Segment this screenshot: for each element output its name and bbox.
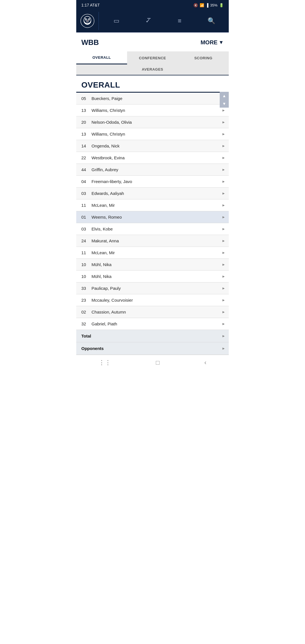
player-number: 11 <box>81 203 91 208</box>
player-row[interactable]: 10 Mühl, Nika ► <box>76 259 229 271</box>
svg-point-6 <box>88 19 89 20</box>
row-arrow-icon: ► <box>222 203 225 207</box>
player-number: 03 <box>81 191 91 196</box>
player-row[interactable]: 14 Ongenda, Nick ► <box>76 140 229 152</box>
nav-back-icon[interactable]: ‹ <box>204 359 206 366</box>
player-name: Westbrook, Evina <box>91 155 219 160</box>
player-row[interactable]: 33 Paulicap, Pauly ► <box>76 282 229 294</box>
player-number: 03 <box>81 227 91 231</box>
player-row[interactable]: 11 McLean, Mir ► <box>76 199 229 211</box>
player-row[interactable]: 03 Edwards, Aaliyah ► <box>76 188 229 199</box>
more-button[interactable]: MORE ▼ <box>201 39 224 46</box>
player-number: 13 <box>81 132 91 136</box>
player-row[interactable]: 22 Westbrook, Evina ► <box>76 152 229 164</box>
player-row[interactable]: 32 Gabriel, Piath ► <box>76 318 229 330</box>
tab-overall[interactable]: OVERALL <box>76 51 127 64</box>
row-arrow-icon: ► <box>222 274 225 279</box>
player-row[interactable]: 01 Weems, Romeo ► <box>76 211 229 223</box>
battery-label: 35% <box>210 3 217 7</box>
row-arrow-icon: ► <box>222 227 225 231</box>
row-arrow-icon: ► <box>222 167 225 172</box>
players-list: 05 Bueckers, Paige ► 13 Williams, Christ… <box>76 92 229 355</box>
player-number: 22 <box>81 155 91 160</box>
player-number: 44 <box>81 167 91 172</box>
nav-menu-icon[interactable]: ⋮⋮ <box>99 359 111 366</box>
row-arrow-icon: ► <box>222 239 225 243</box>
battery-icon: 🔋 <box>219 3 224 7</box>
player-number: 20 <box>81 120 91 125</box>
wifi-icon: 📶 <box>200 3 204 7</box>
status-time: 1:17 AT&T <box>81 3 100 7</box>
player-number: 11 <box>81 250 91 255</box>
player-row[interactable]: 11 McLean, Mir ► <box>76 247 229 259</box>
player-name: Mccauley, Courvoisier <box>91 298 219 303</box>
player-name: Nelson-Ododa, Olivia <box>91 120 219 125</box>
player-name: Edwards, Aaliyah <box>91 191 219 196</box>
bottom-nav: ⋮⋮ □ ‹ <box>76 355 229 371</box>
search-icon[interactable]: 🔍 <box>205 15 217 27</box>
tab-scoring[interactable]: SCORING <box>178 52 229 64</box>
nav-home-icon[interactable]: □ <box>156 359 160 366</box>
filter-icon[interactable]: ≡ <box>173 15 186 27</box>
player-name: Mühl, Nika <box>91 262 219 267</box>
signal-icon: ▐ <box>206 3 208 7</box>
player-row[interactable]: 05 Bueckers, Paige ► <box>76 93 229 105</box>
player-row[interactable]: 24 Makurat, Anna ► <box>76 235 229 247</box>
total-label: Total <box>81 334 219 338</box>
scroll-indicator: ▲ ▼ 05 Bueckers, Paige ► 13 Williams, Ch… <box>76 92 229 355</box>
nav-bar: ▭ ✓̅ ≡ 🔍 <box>76 10 229 32</box>
player-number: 10 <box>81 274 91 279</box>
section-heading: OVERALL <box>76 75 229 92</box>
player-row[interactable]: 23 Mccauley, Courvoisier ► <box>76 294 229 306</box>
player-number: 33 <box>81 286 91 291</box>
player-name: Williams, Christyn <box>91 108 219 113</box>
opponents-row[interactable]: Opponents ► <box>76 342 229 355</box>
scroll-down-arrow[interactable]: ▼ <box>220 100 229 108</box>
bookmark-icon[interactable]: ✓̅ <box>142 15 154 27</box>
player-row[interactable]: 44 Griffin, Aubrey ► <box>76 164 229 176</box>
row-arrow-icon: ► <box>222 322 225 326</box>
row-arrow-icon: ► <box>222 286 225 290</box>
player-name: Paulicap, Pauly <box>91 286 219 291</box>
player-name: Gabriel, Piath <box>91 321 219 326</box>
player-row[interactable]: 13 Williams, Christyn ► <box>76 128 229 140</box>
player-row[interactable]: 10 Mühl, Nika ► <box>76 271 229 282</box>
row-arrow-icon: ► <box>222 156 225 160</box>
scroll-arrows: ▲ ▼ <box>220 92 229 108</box>
player-row[interactable]: 13 Williams, Christyn ► <box>76 105 229 116</box>
player-row[interactable]: 04 Freeman-liberty, Javo ► <box>76 176 229 188</box>
svg-point-7 <box>86 20 88 21</box>
player-number: 05 <box>81 96 91 101</box>
player-number: 24 <box>81 238 91 243</box>
player-number: 04 <box>81 179 91 184</box>
rectangle-icon[interactable]: ▭ <box>110 15 123 27</box>
row-arrow-icon: ► <box>222 144 225 148</box>
status-bar: 1:17 AT&T 🔇 📶 ▐ 35% 🔋 <box>76 0 229 10</box>
player-number: 14 <box>81 143 91 148</box>
scroll-up-arrow[interactable]: ▲ <box>220 92 229 100</box>
row-arrow-icon: ► <box>222 215 225 219</box>
player-name: Ongenda, Nick <box>91 143 219 148</box>
row-arrow-icon: ► <box>222 346 225 351</box>
tab-averages[interactable]: AVERAGES <box>133 64 172 74</box>
player-row[interactable]: 20 Nelson-Ododa, Olivia ► <box>76 116 229 128</box>
row-arrow-icon: ► <box>222 191 225 195</box>
player-row[interactable]: 02 Chassion, Autumn ► <box>76 306 229 318</box>
player-name: Williams, Christyn <box>91 132 219 136</box>
player-row[interactable]: 03 Elvis, Kobe ► <box>76 223 229 235</box>
player-number: 02 <box>81 310 91 314</box>
row-arrow-icon: ► <box>222 251 225 255</box>
tabs-container: OVERALL CONFERENCE SCORING AVERAGES <box>76 51 229 75</box>
player-name: McLean, Mir <box>91 250 219 255</box>
chevron-down-icon: ▼ <box>219 40 224 45</box>
player-number: 10 <box>81 262 91 267</box>
total-row[interactable]: Total ► <box>76 330 229 342</box>
tabs-row-1: OVERALL CONFERENCE SCORING <box>76 51 229 64</box>
tab-conference[interactable]: CONFERENCE <box>127 52 178 64</box>
opponents-label: Opponents <box>81 346 219 351</box>
player-name: Makurat, Anna <box>91 238 219 243</box>
row-arrow-icon: ► <box>222 108 225 112</box>
player-name: Chassion, Autumn <box>91 310 219 314</box>
status-icons: 🔇 📶 ▐ 35% 🔋 <box>193 3 224 7</box>
player-name: McLean, Mir <box>91 203 219 208</box>
